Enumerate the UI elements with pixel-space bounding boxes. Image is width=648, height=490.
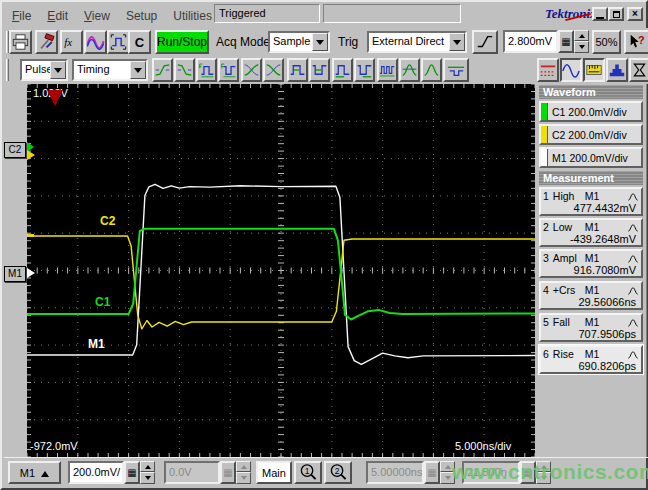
- fall-time-meas-button[interactable]: [174, 58, 195, 82]
- trig-source-dropdown-button[interactable]: [449, 33, 465, 51]
- minimize-button[interactable]: [592, 7, 608, 21]
- measurement-item-ampl[interactable]: 3AmplM1 916.7080mV: [539, 249, 643, 278]
- bottom-voltage-readout: -972.0mV: [30, 440, 78, 452]
- neg-width-meas-button[interactable]: [309, 58, 330, 82]
- keypad-icon: ▦: [561, 36, 570, 47]
- waveform-item-c1[interactable]: C1 200.0mV/div: [539, 101, 643, 122]
- keypad-button[interactable]: ▦: [558, 30, 574, 53]
- hourglass-toggle-button[interactable]: [629, 58, 648, 82]
- meas-group-select[interactable]: Timing: [72, 59, 148, 81]
- down-arrow-icon: [579, 45, 585, 52]
- menu-file[interactable]: File: [4, 6, 39, 26]
- toolbar-grip[interactable]: [6, 59, 9, 81]
- c2-level-pointer[interactable]: [27, 150, 35, 160]
- pos-overshoot-meas-button[interactable]: [399, 58, 420, 82]
- acq-mode-select[interactable]: Sample: [268, 31, 330, 53]
- readouts-toggle-button[interactable]: [583, 58, 605, 82]
- pos-duty-meas-button[interactable]: [332, 58, 353, 82]
- multi-pulse-icon: [379, 61, 396, 79]
- rising-cross-meas-button[interactable]: [241, 58, 262, 82]
- measurement-item-pos-crs[interactable]: 4+CrsM1 29.56066ns: [539, 281, 643, 310]
- annotations-toggle-button[interactable]: [537, 58, 559, 82]
- c2-handle-label: C2: [9, 144, 22, 155]
- clear-button[interactable]: C: [128, 30, 151, 54]
- color-wave-icon: [86, 33, 105, 51]
- measurement-item-fall[interactable]: 5FallM1 707.9506ps: [539, 313, 643, 342]
- zoom2-button[interactable]: 2: [324, 461, 352, 484]
- m1-level-pointer[interactable]: [27, 268, 35, 278]
- meas-num: 6: [543, 348, 549, 360]
- restore-icon: [613, 11, 620, 18]
- meas-category-select[interactable]: Pulse: [20, 59, 68, 81]
- vertical-scale-input[interactable]: 200.0mV/: [68, 461, 124, 484]
- meas-group-value: Timing: [74, 61, 130, 79]
- math-button[interactable]: fx: [60, 30, 83, 54]
- set-50-percent-button[interactable]: 50%: [592, 30, 621, 54]
- rise-time-meas-button[interactable]: [152, 58, 173, 82]
- print-icon: [11, 33, 30, 51]
- tools-icon: [37, 33, 56, 51]
- acq-mode-dropdown-button[interactable]: [312, 33, 328, 51]
- waveform-item-c2[interactable]: C2 200.0mV/div: [539, 124, 643, 145]
- neg-duty-meas-button[interactable]: [354, 58, 375, 82]
- help-pointer-button[interactable]: ?: [624, 30, 648, 54]
- histogram-toggle-button[interactable]: [606, 58, 628, 82]
- spin-down-button[interactable]: [574, 41, 589, 53]
- meas-name: High: [553, 190, 581, 202]
- chevron-down-icon: [453, 40, 461, 49]
- meas-category-dropdown-button[interactable]: [50, 61, 66, 79]
- spin-up-button[interactable]: [574, 30, 589, 41]
- m1-channel-handle[interactable]: M1: [4, 266, 26, 282]
- magnifier-1-icon: 1: [298, 463, 318, 482]
- waveform-panel-header: Waveform: [539, 85, 643, 99]
- waveform-item-m1[interactable]: M1 200.0mV/div: [539, 147, 643, 168]
- falling-cross-meas-button[interactable]: [263, 58, 284, 82]
- print-button[interactable]: [9, 30, 32, 54]
- c2-channel-handle[interactable]: C2: [4, 142, 26, 158]
- meas-value: -439.2648mV: [543, 233, 639, 245]
- fx-icon-text: fx: [64, 36, 72, 48]
- up-arrow-icon: [579, 31, 585, 38]
- peak-meas-button[interactable]: [421, 58, 442, 82]
- pulse-select-button[interactable]: [107, 30, 130, 54]
- c2-color-chip: [541, 126, 548, 143]
- close-button[interactable]: ×: [627, 7, 643, 21]
- main-timebase-button[interactable]: Main: [256, 461, 292, 484]
- menu-view[interactable]: View: [76, 6, 118, 26]
- measurement-item-high[interactable]: 1HighM1 477.4432mV: [539, 187, 643, 216]
- period-meas-button[interactable]: [377, 58, 398, 82]
- neg-width-f-meas-button[interactable]: [218, 58, 239, 82]
- magnifier-2-icon: 2: [328, 463, 348, 482]
- trig-slope-button[interactable]: [472, 30, 498, 54]
- measurement-item-rise[interactable]: 6RiseM1 690.8206ps: [539, 345, 643, 374]
- pos-width-f-meas-button[interactable]: [196, 58, 217, 82]
- trig-source-select[interactable]: External Direct: [367, 31, 467, 53]
- restore-button[interactable]: [608, 7, 624, 21]
- low-level-meas-button[interactable]: [443, 58, 469, 82]
- run-stop-button[interactable]: Run/Stop: [155, 30, 209, 54]
- spin-down-button[interactable]: [140, 472, 155, 484]
- menu-setup[interactable]: Setup: [118, 6, 165, 26]
- trig-level-input[interactable]: 2.800mV: [503, 30, 558, 53]
- pos-width-icon: [289, 61, 306, 79]
- meas-num: 3: [543, 252, 549, 264]
- spin-up-button[interactable]: [140, 461, 155, 472]
- menu-edit[interactable]: Edit: [39, 6, 76, 26]
- zoom1-button[interactable]: 1: [294, 461, 322, 484]
- keypad-button: ▦: [424, 461, 440, 484]
- channel-select-button[interactable]: M1: [8, 461, 61, 484]
- keypad-icon: ▦: [427, 467, 436, 478]
- question-mark-icon: ?: [638, 34, 645, 46]
- red-cursors-icon: [539, 61, 557, 79]
- utilities-button[interactable]: [35, 30, 58, 54]
- trigger-position-marker[interactable]: [47, 90, 63, 106]
- waveform-button[interactable]: [84, 30, 107, 54]
- menu-utilities[interactable]: Utilities: [165, 6, 220, 26]
- meas-group-dropdown-button[interactable]: [130, 61, 146, 79]
- waveform-display-toggle-button[interactable]: [560, 58, 582, 82]
- measurement-item-low[interactable]: 2LowM1 -439.2648mV: [539, 218, 643, 247]
- sine-wave-icon: [562, 61, 580, 79]
- pos-width-meas-button[interactable]: [287, 58, 308, 82]
- measurement-readouts-icon: [585, 61, 603, 79]
- keypad-button[interactable]: ▦: [124, 461, 140, 484]
